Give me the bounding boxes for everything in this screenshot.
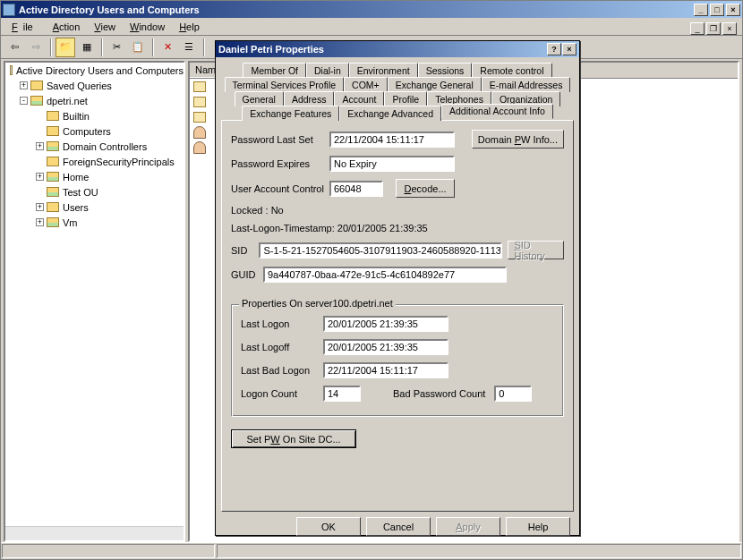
tab-dialin[interactable]: Dial-in	[306, 63, 349, 78]
close-button[interactable]: ×	[726, 4, 740, 16]
tree-computers[interactable]: Computers	[5, 123, 184, 139]
dialog-close-button[interactable]: ×	[562, 43, 576, 55]
folder-icon	[47, 157, 59, 166]
folder-icon	[47, 202, 59, 212]
expand-icon[interactable]: +	[36, 203, 44, 211]
last-logon-label: Last Logon	[241, 318, 323, 329]
tree-pane: Active Directory Users and Computers +Sa…	[4, 61, 185, 542]
expand-icon[interactable]: +	[20, 81, 28, 89]
tree-h-scrollbar[interactable]	[5, 526, 184, 540]
set-pw-on-site-dc-button[interactable]: Set PW On Site DC...	[231, 429, 356, 448]
tab-complus[interactable]: COM+	[344, 77, 388, 92]
tree-fsp[interactable]: ForeignSecurityPrincipals	[5, 154, 184, 169]
last-logoff-label: Last Logoff	[241, 342, 323, 352]
separator	[203, 38, 204, 56]
menu-help[interactable]: Help	[174, 20, 205, 34]
tab-account[interactable]: Account	[334, 91, 384, 106]
ou-icon	[47, 187, 59, 197]
pw-expires-label: Password Expires	[231, 158, 329, 169]
tab-additional-account-info[interactable]: Additional Account Info	[441, 104, 553, 119]
bad-pw-count-value: 0	[494, 386, 532, 402]
menu-window[interactable]: Window	[124, 20, 170, 34]
properties-button[interactable]: ☰	[179, 38, 199, 57]
expand-icon[interactable]: +	[36, 218, 44, 226]
tab-environment[interactable]: Environment	[349, 63, 418, 78]
uac-label: User Account Control	[231, 183, 329, 194]
tab-address[interactable]: Address	[284, 91, 335, 106]
group-label: Properties On server100.dpetri.net	[239, 298, 396, 309]
forward-button[interactable]: ⇨	[26, 38, 46, 57]
tab-exchange-general[interactable]: Exchange General	[388, 77, 482, 92]
tree-domain[interactable]: -dpetri.net	[5, 93, 184, 108]
separator	[50, 38, 51, 56]
ok-button[interactable]: OK	[296, 517, 361, 536]
tree-home[interactable]: +Home	[5, 169, 184, 184]
ou-icon	[47, 141, 59, 151]
tab-sessions[interactable]: Sessions	[418, 63, 473, 78]
cancel-button[interactable]: Cancel	[366, 517, 431, 536]
expand-icon[interactable]: +	[36, 173, 44, 181]
tab-general[interactable]: General	[235, 91, 284, 106]
menubar: File Action View Window Help	[1, 18, 742, 36]
mdi-close-button[interactable]: ×	[722, 22, 737, 35]
last-bad-logon-value: 22/11/2004 15:11:17	[323, 362, 448, 378]
ou-icon	[47, 217, 59, 227]
collapse-icon[interactable]: -	[20, 97, 28, 105]
bad-pw-count-label: Bad Password Count	[393, 388, 485, 399]
menu-view[interactable]: View	[89, 20, 121, 34]
tab-remote-control[interactable]: Remote control	[472, 63, 551, 78]
sid-label: SID	[231, 245, 259, 256]
main-titlebar: Active Directory Users and Computers _ □…	[1, 1, 742, 18]
maximize-button[interactable]: □	[710, 4, 724, 16]
tree-root[interactable]: Active Directory Users and Computers	[5, 63, 184, 78]
decode-button[interactable]: Decode...	[396, 179, 455, 198]
show-hide-button[interactable]: ▦	[77, 38, 97, 57]
mdi-minimize-button[interactable]: _	[690, 22, 705, 35]
statusbar	[1, 542, 742, 559]
tab-ts-profile[interactable]: Terminal Services Profile	[225, 77, 345, 92]
sid-history-button: SID History	[508, 241, 564, 259]
apply-button: Apply	[436, 517, 500, 536]
tree-saved-queries[interactable]: +Saved Queries	[5, 78, 184, 93]
folder-icon	[47, 126, 59, 136]
logon-count-label: Logon Count	[241, 388, 323, 399]
tab-exchange-advanced[interactable]: Exchange Advanced	[339, 106, 441, 121]
domain-pw-info-button[interactable]: Domain PW Info...	[472, 130, 564, 148]
ou-icon	[193, 112, 206, 123]
folder-icon	[30, 81, 43, 90]
pw-last-set-value: 22/11/2004 15:11:17	[329, 132, 455, 148]
status-section	[217, 544, 741, 558]
logon-count-value: 14	[323, 386, 361, 402]
tree-domain-controllers[interactable]: +Domain Controllers	[5, 139, 184, 154]
last-logon-value: 20/01/2005 21:39:35	[323, 316, 448, 332]
copy-button[interactable]: 📋	[128, 38, 148, 57]
separator	[152, 38, 153, 56]
ou-icon	[193, 97, 206, 107]
last-logon-timestamp-label: Last-Logon-Timestamp: 20/01/2005 21:39:3…	[231, 223, 428, 233]
mdi-restore-button[interactable]: ❐	[706, 22, 721, 35]
guid-value: 9a440787-0baa-472e-91c5-4c6104892e77	[263, 267, 507, 283]
menu-action[interactable]: Action	[47, 20, 86, 34]
tab-member-of[interactable]: Member Of	[243, 63, 306, 78]
menu-file[interactable]: File	[6, 20, 44, 34]
tab-exchange-features[interactable]: Exchange Features	[242, 106, 339, 121]
tree-users[interactable]: +Users	[5, 199, 184, 215]
tab-email-addresses[interactable]: E-mail Addresses	[482, 77, 571, 92]
dialog-help-button[interactable]: ?	[547, 43, 561, 55]
tree-testou[interactable]: Test OU	[5, 184, 184, 199]
expand-icon[interactable]: +	[36, 142, 44, 150]
cut-button[interactable]: ✂	[107, 38, 126, 57]
tree-vm[interactable]: +Vm	[5, 215, 184, 230]
root-icon	[10, 65, 13, 75]
tab-profile[interactable]: Profile	[384, 91, 427, 106]
back-button[interactable]: ⇦	[4, 38, 24, 57]
minimize-button[interactable]: _	[694, 4, 708, 16]
delete-button[interactable]: ✕	[158, 38, 177, 57]
folder-icon	[47, 111, 59, 121]
up-button[interactable]: 📁	[56, 38, 75, 57]
pw-last-set-label: Password Last Set	[231, 134, 329, 145]
tree-builtin[interactable]: Builtin	[5, 108, 184, 123]
help-button[interactable]: Help	[506, 517, 570, 536]
ou-icon	[47, 172, 59, 182]
dialog-titlebar: Daniel Petri Properties ? ×	[216, 41, 579, 57]
